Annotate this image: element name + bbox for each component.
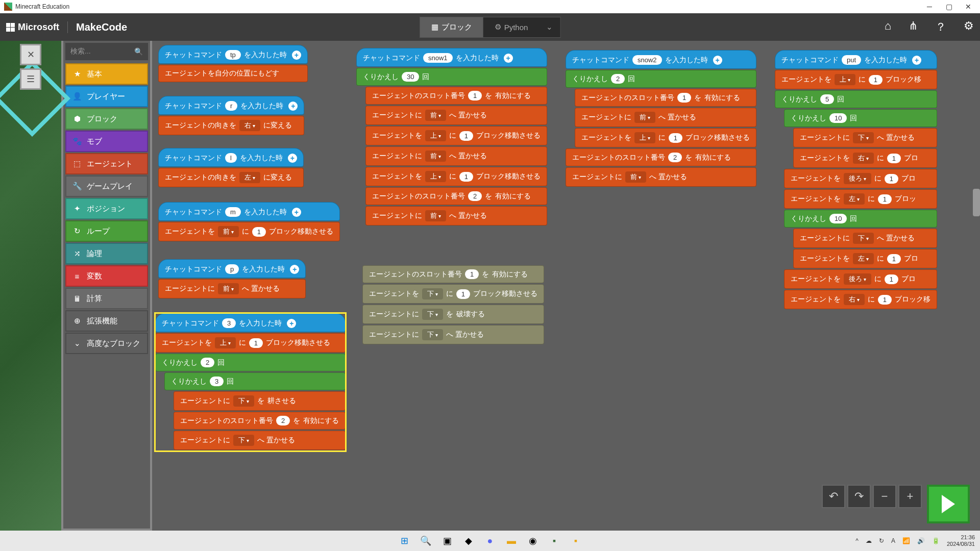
- agent-place-forward[interactable]: エージェントに前へ 置かせる: [365, 206, 547, 226]
- plus-icon[interactable]: +: [288, 102, 298, 111]
- chat-command-put[interactable]: チャットコマンドputを入力した時+: [775, 50, 937, 69]
- category-基本[interactable]: ★基本: [65, 63, 148, 85]
- category-拡張機能[interactable]: ⊕拡張機能: [65, 310, 148, 332]
- agent-place-forward[interactable]: エージェントに前へ 置かせる: [566, 167, 756, 187]
- plus-icon[interactable]: +: [292, 208, 301, 217]
- plus-icon[interactable]: +: [288, 154, 297, 163]
- agent-move-up-1[interactable]: エージェントを上に1ブロック移: [775, 70, 937, 89]
- repeat-10b[interactable]: くりかえし10回: [784, 210, 937, 228]
- chat-command-l[interactable]: チャットコマンドlを入力した時+: [158, 148, 304, 167]
- tray-wifi-icon[interactable]: 📶: [902, 537, 910, 544]
- copilot-icon[interactable]: ◆: [461, 534, 476, 548]
- chat-command-snow2[interactable]: チャットコマンドsnow2を入力した時+: [566, 50, 756, 69]
- tray-volume-icon[interactable]: 🔊: [917, 537, 925, 544]
- agent-move-up[interactable]: エージェントを上に1ブロック移動させる: [365, 126, 547, 145]
- close-button[interactable]: ✕: [965, 3, 972, 10]
- agent-move-right[interactable]: エージェントを右に1ブロック移: [784, 290, 937, 309]
- category-論理[interactable]: ⤮論理: [65, 243, 148, 264]
- plus-icon[interactable]: +: [292, 51, 301, 60]
- disabled-place-down[interactable]: エージェントに下へ 置かせる: [362, 325, 544, 344]
- tab-python[interactable]: ⚙ Python: [483, 17, 540, 37]
- disabled-slot-1[interactable]: エージェントのスロット番号1を 有効にする: [362, 265, 544, 283]
- agent-move-forward[interactable]: エージェントを前に1ブロック移動させる: [158, 222, 340, 241]
- minecraft-icon[interactable]: ▪: [547, 534, 561, 548]
- category-計算[interactable]: 🖩計算: [65, 288, 148, 309]
- agent-turn-left[interactable]: エージェントの向きを左に変える: [158, 168, 304, 187]
- taskview-icon[interactable]: ▣: [440, 534, 454, 548]
- redo-button[interactable]: ↷: [847, 485, 871, 508]
- discord-icon[interactable]: ●: [483, 534, 497, 548]
- category-ブロック[interactable]: ⬢ブロック: [65, 108, 148, 130]
- scrollbar[interactable]: [973, 189, 980, 216]
- search-icon[interactable]: 🔍: [419, 534, 433, 548]
- agent-move-up[interactable]: エージェントを上に1ブロック移動させる: [575, 128, 756, 147]
- category-プレイヤー[interactable]: 👤プレイヤー: [65, 86, 148, 107]
- play-button[interactable]: [927, 485, 970, 523]
- agent-slot-1[interactable]: エージェントのスロット番号1を 有効にする: [365, 87, 547, 105]
- sim-fullscreen-button[interactable]: ✕: [20, 44, 41, 65]
- plus-icon[interactable]: +: [287, 319, 296, 328]
- repeat-2[interactable]: くりかえし2回: [155, 354, 346, 371]
- agent-move-up[interactable]: エージェントを上に1ブロック移動させる: [155, 333, 346, 353]
- agent-slot-1[interactable]: エージェントのスロット番号1を 有効にする: [575, 89, 756, 107]
- plus-icon[interactable]: +: [713, 56, 722, 65]
- category-モブ[interactable]: 🐾モブ: [65, 131, 148, 152]
- agent-slot-2[interactable]: エージェントのスロット番号2を 有効にする: [365, 187, 547, 205]
- agent-move-back[interactable]: エージェントを後ろに1ブロ: [784, 269, 937, 289]
- zoom-in-button[interactable]: +: [898, 485, 922, 508]
- clock[interactable]: 21:36 2024/08/31: [947, 534, 975, 547]
- chat-command-3[interactable]: チャットコマンド3を入力した時+: [155, 313, 346, 332]
- agent-move-back[interactable]: エージェントを後ろに1ブロ: [784, 169, 937, 188]
- help-icon[interactable]: ？: [935, 19, 946, 35]
- workspace[interactable]: チャットコマンドtpを入力した時+ エージェントを自分の位置にもどす チャットコ…: [152, 41, 980, 531]
- agent-slot-2[interactable]: エージェントのスロット番号2を 有効にする: [174, 412, 346, 430]
- maximize-button[interactable]: ▢: [945, 3, 952, 10]
- plus-icon[interactable]: +: [504, 54, 513, 63]
- makecode-icon[interactable]: ▪: [569, 534, 583, 548]
- disabled-move-down[interactable]: エージェントを下に1ブロック移動させる: [362, 284, 544, 304]
- share-icon[interactable]: ⋔: [909, 19, 918, 35]
- agent-place-down[interactable]: エージェントに下へ 置かせる: [793, 128, 937, 147]
- agent-place-forward[interactable]: エージェントに前へ 置かせる: [365, 146, 547, 166]
- settings-icon[interactable]: ⚙: [964, 19, 974, 35]
- category-エージェント[interactable]: ⬚エージェント: [65, 153, 148, 174]
- chat-command-snow1[interactable]: チャットコマンドsnow1を入力した時+: [356, 48, 547, 67]
- agent-place-forward[interactable]: エージェントに前へ 置かせる: [575, 108, 756, 127]
- agent-move-right[interactable]: エージェントを右に1ブロ: [793, 148, 937, 168]
- tray-sync-icon[interactable]: ↻: [879, 537, 884, 544]
- agent-slot-2[interactable]: エージェントのスロット番号2を 有効にする: [566, 148, 756, 166]
- repeat-5[interactable]: くりかえし5回: [775, 90, 937, 108]
- chat-command-tp[interactable]: チャットコマンドtpを入力した時+: [158, 45, 308, 64]
- search-input[interactable]: 検索... 🔍: [65, 43, 148, 60]
- tray-ime-icon[interactable]: A: [891, 537, 895, 544]
- category-ループ[interactable]: ↻ループ: [65, 220, 148, 242]
- zoom-out-button[interactable]: −: [873, 485, 896, 508]
- sim-menu-button[interactable]: ☰: [20, 68, 41, 90]
- repeat-10a[interactable]: くりかえし10回: [784, 109, 937, 127]
- agent-place-down[interactable]: エージェントに下へ 置かせる: [174, 431, 346, 450]
- agent-move-left[interactable]: エージェントを左に1ブロッ: [784, 189, 937, 209]
- chat-command-r[interactable]: チャットコマンドrを入力した時+: [158, 96, 304, 115]
- tray-onedrive-icon[interactable]: ☁: [866, 537, 872, 544]
- plus-icon[interactable]: +: [290, 265, 299, 274]
- undo-button[interactable]: ↶: [822, 485, 845, 508]
- tab-more[interactable]: ⌄: [539, 17, 560, 37]
- chat-command-p[interactable]: チャットコマンドpを入力した時+: [158, 259, 306, 278]
- agent-return-block[interactable]: エージェントを自分の位置にもどす: [158, 65, 308, 82]
- disabled-destroy-down[interactable]: エージェントに下を 破壊する: [362, 305, 544, 324]
- agent-place-down[interactable]: エージェントに下へ 置かせる: [793, 229, 937, 248]
- plus-icon[interactable]: +: [912, 56, 921, 65]
- start-icon[interactable]: ⊞: [397, 534, 411, 548]
- repeat-2[interactable]: くりかえし2回: [566, 70, 756, 88]
- agent-turn-right[interactable]: エージェントの向きを右に変える: [158, 116, 304, 135]
- category-ポジション[interactable]: ✦ポジション: [65, 198, 148, 219]
- tray-chevron-icon[interactable]: ^: [855, 537, 859, 544]
- repeat-3[interactable]: くりかえし3回: [164, 372, 346, 390]
- agent-move-up[interactable]: エージェントを上に1ブロック移動させる: [365, 167, 547, 186]
- category-高度なブロック[interactable]: ⌄高度なブロック: [65, 333, 148, 354]
- chat-command-m[interactable]: チャットコマンドmを入力した時+: [158, 202, 340, 221]
- explorer-icon[interactable]: ▬: [504, 534, 519, 548]
- tray-battery-icon[interactable]: 🔋: [932, 537, 940, 544]
- chrome-icon[interactable]: ◉: [526, 534, 540, 548]
- home-icon[interactable]: ⌂: [885, 19, 891, 35]
